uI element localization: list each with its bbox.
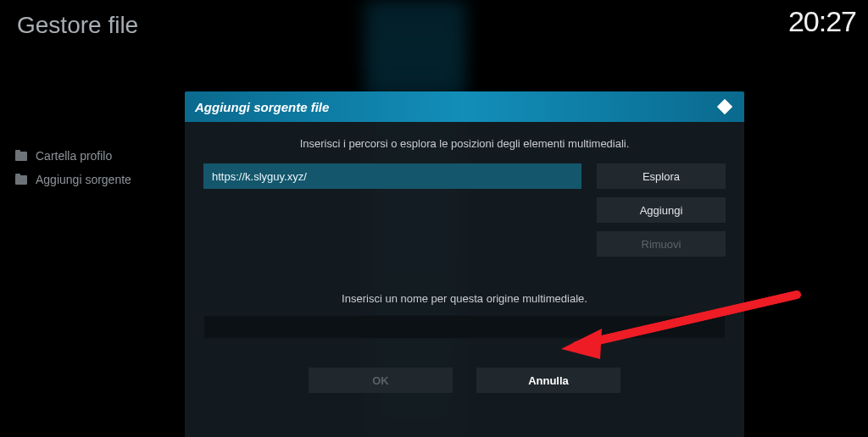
browse-button[interactable]: Esplora	[597, 163, 726, 189]
path-row: https://k.slyguy.xyz/ Esplora Aggiungi R…	[203, 163, 726, 257]
paths-instruction-text: Inserisci i percorsi o esplora le posizi…	[203, 137, 726, 150]
sidebar-list: Cartella profilo Aggiungi sorgente	[15, 149, 131, 186]
dialog-title: Aggiungi sorgente file	[195, 100, 329, 114]
add-source-dialog: Aggiungi sorgente file Inserisci i perco…	[185, 91, 744, 437]
source-path-input[interactable]: https://k.slyguy.xyz/	[203, 163, 581, 189]
clock: 20:27	[788, 5, 856, 38]
folder-icon	[15, 175, 27, 185]
dialog-header: Aggiungi sorgente file	[185, 91, 744, 122]
dialog-button-row: OK Annulla	[203, 368, 726, 393]
cancel-button[interactable]: Annulla	[476, 368, 620, 393]
sidebar-item-profile-folder[interactable]: Cartella profilo	[15, 149, 131, 163]
sidebar-item-add-source[interactable]: Aggiungi sorgente	[15, 173, 131, 186]
sidebar-item-label: Cartella profilo	[36, 149, 112, 163]
side-buttons-column: Esplora Aggiungi Rimuovi	[597, 163, 726, 257]
path-column: https://k.slyguy.xyz/	[203, 163, 581, 189]
name-instruction-text: Inserisci un nome per questa origine mul…	[203, 292, 726, 305]
remove-button: Rimuovi	[597, 231, 726, 257]
sidebar-item-label: Aggiungi sorgente	[36, 173, 131, 186]
page-title: Gestore file	[17, 12, 138, 39]
source-name-input[interactable]	[203, 315, 726, 339]
kodi-logo-icon	[715, 97, 734, 116]
folder-icon	[15, 152, 27, 161]
ok-button[interactable]: OK	[309, 368, 453, 393]
add-button[interactable]: Aggiungi	[597, 197, 726, 223]
dialog-body: Inserisci i percorsi o esplora le posizi…	[185, 122, 744, 437]
